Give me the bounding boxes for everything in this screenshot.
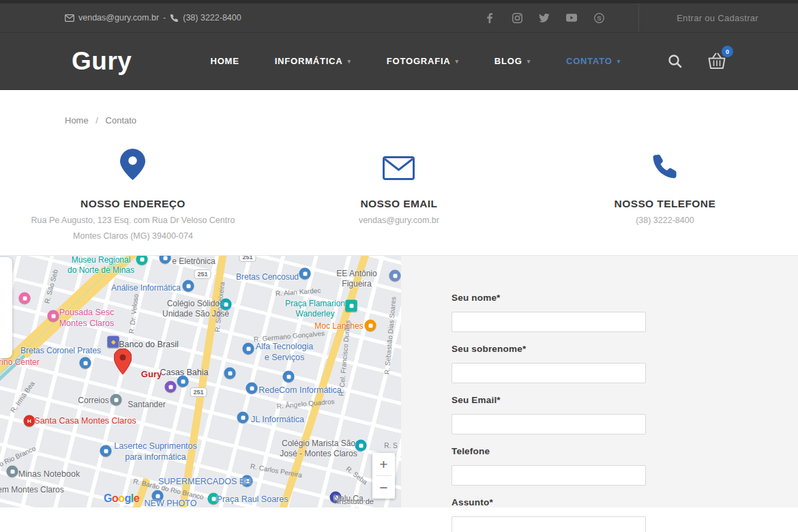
nav-item-fotografia[interactable]: FOTOGRAFIA▾ (387, 56, 459, 66)
map-poi-label: rino Center (0, 357, 40, 368)
map-poi-label: Alfa Tecnologia e Serviços (256, 342, 314, 363)
breadcrumb-home[interactable]: Home (65, 115, 89, 125)
first-name-input[interactable] (452, 312, 646, 332)
map-poi-icon (177, 376, 189, 387)
breadcrumb-separator: / (95, 115, 98, 125)
phone-icon (532, 138, 798, 180)
nav-item-informtica[interactable]: INFORMÁTICA▾ (275, 56, 351, 66)
subject-label: Assunto* (452, 497, 646, 508)
map-poi-icon (299, 268, 311, 280)
breadcrumb: Home / Contato (0, 90, 798, 125)
map-poi-label: Análise Informática (111, 283, 181, 293)
nav-label: CONTATO (566, 56, 612, 66)
nav-label: BLOG (494, 56, 522, 66)
phone-input[interactable] (452, 465, 646, 486)
topbar-email[interactable]: vendas@gury.com.br (78, 13, 159, 23)
map-poi-label: Santa Casa Montes Claros (34, 416, 136, 427)
login-register-link[interactable]: Entrar ou Cadastrar (638, 3, 798, 32)
map-poi-label: EE Antônio Figueira (335, 269, 379, 289)
nav-label: FOTOGRAFIA (387, 56, 451, 66)
map-poi-label: e Eletrônica (172, 256, 215, 267)
map-poi-label: Bretas Coronel Prates (20, 346, 101, 356)
cart-count-badge: 0 (722, 46, 733, 57)
contact-card-text: Montes Claros (MG) 39400-074 (0, 232, 266, 241)
map-poi-label: Pousada Sesc Montes Claros (59, 308, 115, 329)
map-poi-icon (100, 445, 112, 457)
instagram-icon[interactable] (512, 12, 522, 23)
search-button[interactable] (667, 53, 683, 70)
last-name-label: Seu sobrenome* (452, 343, 646, 355)
chevron-down-icon: ▾ (617, 58, 621, 65)
google-map[interactable]: Museu Regional do Norte de Minase Eletrô… (0, 256, 401, 507)
map-poi-icon (246, 383, 258, 394)
map-poi-icon (224, 368, 236, 379)
contact-form-panel: Seu nome*Seu sobrenome*Seu Email*Telefon… (401, 256, 798, 507)
nav-item-home[interactable]: HOME (211, 56, 239, 66)
contact-cards: NOSSO ENDEREÇORua Pe Augusto, 123 Esq. c… (0, 138, 798, 241)
zoom-in-button[interactable]: + (372, 453, 395, 475)
map-poi-label: JL Informática (251, 415, 304, 426)
youtube-icon[interactable] (566, 12, 577, 23)
twitter-icon[interactable] (539, 12, 550, 23)
facebook-icon[interactable] (484, 12, 495, 23)
map-poi-label: Praça Raul Soares (217, 494, 289, 505)
gury-map-marker[interactable] (114, 349, 132, 377)
contact-form: Seu nome*Seu sobrenome*Seu Email*Telefon… (452, 292, 646, 532)
map-street-label: R. S (384, 442, 397, 449)
map-poi-icon (7, 466, 18, 477)
last-name-input[interactable] (452, 363, 646, 383)
map-poi-icon (243, 343, 254, 355)
map-poi-icon (183, 280, 194, 292)
first-name-label: Seu nome* (452, 292, 646, 304)
map-poi-icon (346, 300, 357, 312)
contact-card-title: NOSSO ENDEREÇO (0, 198, 266, 210)
contact-card: NOSSO ENDEREÇORua Pe Augusto, 123 Esq. c… (0, 138, 266, 241)
contact-card-title: NOSSO TELEFONE (532, 198, 798, 210)
zoom-out-button[interactable]: − (372, 476, 395, 499)
contact-card: NOSSO TELEFONE(38) 3222-8400 (532, 138, 798, 241)
contact-card-text: vendas@gury.com.br (266, 216, 532, 225)
chevron-down-icon: ▾ (456, 58, 459, 65)
google-attribution: Google (104, 492, 139, 505)
topbar-contact: vendas@gury.com.br - (38) 3222-8400 (65, 13, 241, 23)
phone-label: Telefone (452, 445, 646, 457)
map-poi-label: Correios (78, 396, 108, 406)
nav-label: HOME (211, 56, 239, 66)
map-poi-icon (165, 381, 177, 393)
map-poi-label: Santander (128, 400, 165, 410)
nav-item-contato[interactable]: CONTATO▾ (566, 56, 621, 66)
road-shield-251: 251 (239, 256, 256, 262)
subject-input[interactable] (452, 516, 646, 532)
main-nav: HOMEINFORMÁTICA▾FOTOGRAFIA▾BLOG▾CONTATO▾ (211, 56, 621, 66)
map-poi-label: Museu Regional do Norte de Minas (68, 256, 134, 276)
search-icon (667, 53, 683, 70)
topbar-phone[interactable]: (38) 3222-8400 (183, 13, 241, 23)
contact-card-text: (38) 3222-8400 (532, 216, 798, 225)
topbar-separator: - (163, 13, 166, 23)
map-poi-icon: ◆ (108, 336, 119, 348)
contact-card: NOSSO EMAILvendas@gury.com.br (266, 138, 532, 241)
breadcrumb-current: Contato (106, 115, 137, 125)
map-poi-label: Minas Notebook (18, 469, 80, 480)
main-header: Gury HOMEINFORMÁTICA▾FOTOGRAFIA▾BLOG▾CON… (0, 33, 798, 90)
map-poi-label: Instituto de Bele (333, 497, 379, 507)
map-poi-icon (283, 371, 295, 383)
email-input[interactable] (452, 414, 646, 434)
phone-icon (170, 14, 179, 23)
skype-icon[interactable]: S (593, 12, 604, 23)
map-zoom-control: + − (372, 453, 395, 499)
map-poi-label: em Montes Claros (0, 485, 64, 495)
nav-item-blog[interactable]: BLOG▾ (494, 56, 531, 66)
map-poi-label: RedeCom Informática (258, 385, 342, 396)
envelope-icon (266, 138, 532, 180)
svg-text:S: S (597, 14, 601, 22)
map-info-card (0, 257, 12, 358)
topbar: vendas@gury.com.br - (38) 3222-8400 S En… (0, 0, 798, 33)
cart-button[interactable]: 0 (707, 52, 727, 70)
map-poi-label: Lasertec Suprimentos para informática (114, 441, 197, 462)
map-poi-icon (237, 412, 249, 424)
map-poi-icon (365, 320, 376, 331)
map-poi-label: Gury (141, 369, 162, 380)
map-poi-label: Praça Flamarion Wanderley (285, 299, 345, 319)
logo[interactable]: Gury (72, 47, 132, 76)
